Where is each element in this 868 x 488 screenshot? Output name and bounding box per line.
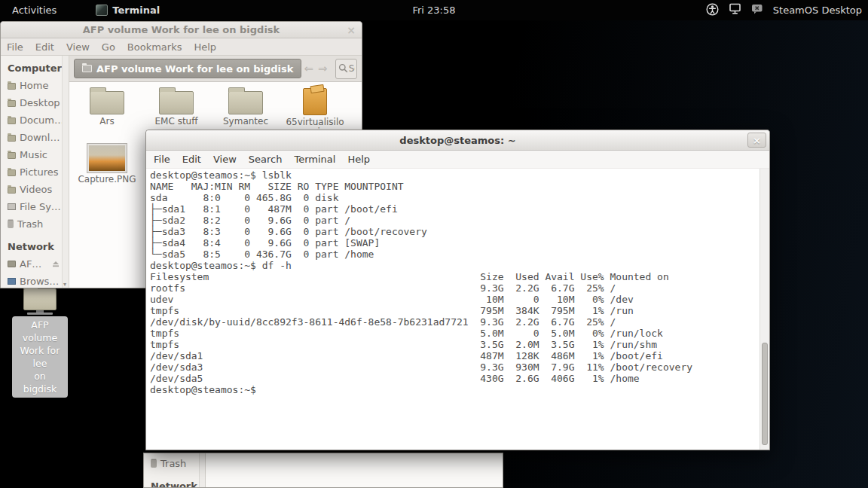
folder-icon [82, 65, 92, 72]
sidebar-item-trash[interactable]: Trash [1, 215, 69, 233]
menu-help[interactable]: Help [341, 154, 376, 165]
top-bar: Activities Terminal Fri 23:58 SteamOS De… [0, 0, 868, 20]
search-input[interactable] [349, 63, 355, 74]
menu-help[interactable]: Help [188, 41, 222, 53]
sidebar-header-computer: Computer [1, 59, 69, 77]
folder-icon [8, 169, 16, 176]
terminal-output: desktop@steamos:~$ lsblk NAME MAJ:MIN RM… [150, 169, 692, 395]
menu-view[interactable]: View [207, 154, 243, 165]
file-manager-sidebar: Computer Home Desktop Docum… Downl… [1, 56, 69, 288]
close-icon: × [753, 135, 761, 146]
sidebar-item-label: AF… [20, 258, 41, 270]
menu-bookmarks[interactable]: Bookmarks [121, 41, 188, 53]
sidebar-item-documents[interactable]: Docum… [1, 111, 69, 129]
terminal-scrollbar-thumb[interactable] [762, 343, 768, 445]
forward-arrow-icon[interactable]: ⇒ [316, 62, 330, 75]
sidebar-item-music[interactable]: Music [1, 146, 69, 163]
sidebar-item-label: Pictures [20, 166, 58, 178]
menu-edit[interactable]: Edit [29, 41, 60, 53]
terminal-title: desktop@steamos: ~ [399, 135, 515, 146]
terminal-body[interactable]: desktop@steamos:~$ lsblk NAME MAJ:MIN RM… [146, 169, 769, 450]
activities-button[interactable]: Activities [8, 3, 61, 17]
folder-icon [8, 152, 16, 159]
file-item-capture-png[interactable]: Capture.PNG [72, 141, 142, 198]
scroll-down-arrow-icon[interactable]: ▾ [63, 281, 66, 288]
menu-terminal[interactable]: Terminal [288, 154, 341, 165]
nav-arrows: ⇐ ⇒ [301, 62, 329, 75]
terminal-scrollbar[interactable] [760, 169, 769, 450]
terminal-app-icon [96, 5, 108, 16]
sidebar-item-label: Brows… [20, 276, 59, 287]
menu-file[interactable]: File [148, 154, 176, 165]
sidebar-item-label: Home [20, 80, 48, 91]
menu-search[interactable]: Search [243, 154, 289, 165]
folder-icon [159, 91, 194, 114]
folder-icon [8, 187, 16, 194]
app-menu-label: Terminal [112, 5, 160, 16]
file-manager-toolbar: AFP volume Work for lee on bigdisk ⇐ ⇒ [69, 56, 362, 82]
sidebar-item-label: Music [20, 149, 47, 160]
menu-file[interactable]: File [1, 41, 29, 53]
folder-icon [8, 83, 16, 90]
eject-icon[interactable] [52, 258, 60, 270]
sidebar-item-label: Trash [17, 218, 43, 230]
sidebar-item-label: Videos [20, 184, 52, 195]
file-manager-close-icon[interactable]: × [347, 22, 356, 38]
desktop-icon-label-line: AFP volume [16, 319, 64, 344]
terminal-close-button[interactable]: × [747, 133, 766, 148]
sidebar-item-pictures[interactable]: Pictures [1, 163, 69, 181]
sidebar-scrollbar[interactable] [199, 453, 206, 487]
file-label: Ars [99, 117, 114, 127]
network-folder-icon [23, 288, 57, 310]
display-icon[interactable] [729, 3, 741, 17]
sidebar-header-network: Network [1, 237, 69, 255]
breadcrumb-label: AFP volume Work for lee on bigdisk [96, 63, 293, 75]
search-icon [338, 62, 348, 76]
image-thumbnail-icon [87, 144, 127, 172]
terminal-window: desktop@steamos: ~ × File Edit View Sear… [145, 130, 770, 450]
search-box[interactable] [335, 59, 357, 79]
back-arrow-icon[interactable]: ⇐ [301, 62, 316, 75]
sidebar-item-desktop[interactable]: Desktop [1, 94, 69, 111]
terminal-menubar: File Edit View Search Terminal Help [146, 151, 769, 169]
session-menu[interactable]: SteamOS Desktop [773, 5, 862, 16]
trash-icon [151, 460, 157, 468]
sidebar-item-afp-mount[interactable]: AF… [1, 255, 69, 273]
folder-icon [8, 135, 16, 142]
accessibility-icon[interactable] [706, 3, 719, 18]
sidebar-item-downloads[interactable]: Downl… [1, 129, 69, 146]
sidebar-scrollbar[interactable]: ▾ [62, 56, 69, 288]
terminal-titlebar[interactable]: desktop@steamos: ~ × [146, 130, 769, 151]
sidebar-item-label: Downl… [20, 132, 60, 143]
folder-icon [8, 117, 16, 124]
app-menu-button[interactable]: Terminal [96, 5, 160, 16]
sidebar-item-label: Desktop [20, 97, 60, 108]
sidebar-item-home[interactable]: Home [1, 77, 69, 94]
sidebar-item-browse-network[interactable]: Brows… [1, 273, 69, 288]
menu-edit[interactable]: Edit [176, 154, 207, 165]
file-manager-titlebar[interactable]: AFP volume Work for lee on bigdisk × [1, 22, 362, 38]
file-manager-menubar: File Edit View Go Bookmarks Help [1, 38, 362, 56]
background-window-sidebar: Trash Network [144, 453, 199, 487]
desktop-icon-label-line: on bigdisk [16, 370, 64, 395]
file-item-ars[interactable]: Ars [72, 84, 142, 141]
desktop-icon-label-line: Work for lee [16, 344, 64, 370]
file-label: Capture.PNG [78, 175, 136, 185]
sidebar-item-trash[interactable]: Trash [144, 455, 199, 472]
menu-go[interactable]: Go [96, 41, 121, 53]
sidebar-item-file-system[interactable]: File Sy… [1, 198, 69, 215]
background-window: Trash Network [143, 453, 503, 488]
notification-icon[interactable] [751, 4, 763, 17]
folder-icon [228, 91, 263, 114]
menu-view[interactable]: View [60, 41, 96, 53]
breadcrumb-button[interactable]: AFP volume Work for lee on bigdisk [74, 59, 301, 78]
system-tray: SteamOS Desktop [706, 3, 862, 18]
file-label: Symantec [223, 117, 268, 127]
sidebar-item-label: Trash [160, 458, 186, 469]
desktop-icon-afp-volume[interactable]: AFP volume Work for lee on bigdisk [12, 288, 68, 398]
disk-icon [8, 203, 16, 210]
sidebar-item-videos[interactable]: Videos [1, 181, 69, 198]
sidebar-item-label: Docum… [20, 114, 64, 126]
background-window-content [206, 453, 503, 487]
sidebar-item-label: File Sy… [20, 201, 61, 212]
